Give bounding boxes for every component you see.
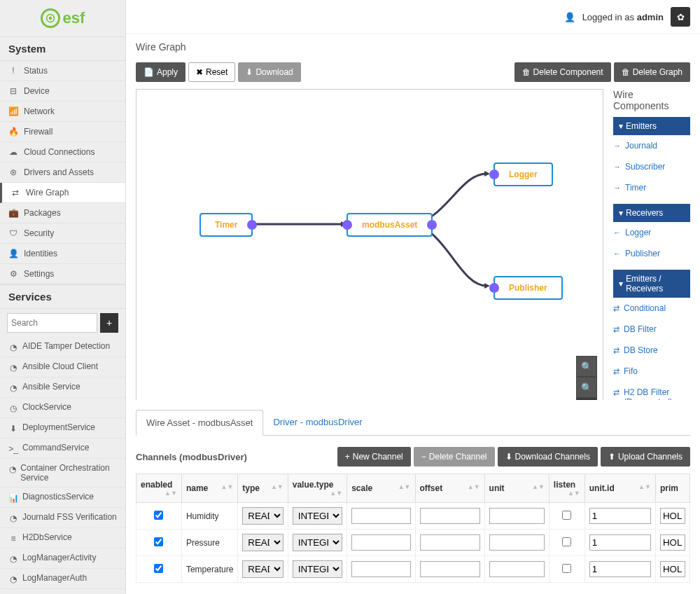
- col-listen[interactable]: listen▲▼: [549, 474, 584, 503]
- service-item-clockservice[interactable]: ◷ClockService: [0, 398, 125, 418]
- wire-graph-canvas[interactable]: Timer modbusAsset Logger Publishe: [136, 89, 603, 400]
- port-in[interactable]: [489, 170, 499, 179]
- col-type[interactable]: type▲▼: [238, 474, 288, 503]
- service-item-ansible-cloud-client[interactable]: ◔Ansible Cloud Client: [0, 357, 125, 378]
- sidebar-item-drivers-and-assets[interactable]: ⊛Drivers and Assets: [0, 163, 125, 183]
- service-item-ansible-service[interactable]: ◔Ansible Service: [0, 378, 125, 398]
- offset-input[interactable]: [420, 561, 480, 577]
- wc-item-logger[interactable]: ←Logger: [613, 222, 690, 243]
- tab-wire-asset[interactable]: Wire Asset - modbusAsset: [136, 410, 263, 436]
- node-logger[interactable]: Logger: [493, 163, 553, 186]
- value-type-select[interactable]: INTEGERLONGFLOATDOUBLEBOOLEANSTRING: [293, 507, 342, 525]
- tab-driver[interactable]: Driver - modbusDriver: [263, 410, 372, 435]
- sidebar-item-security[interactable]: 🛡Security: [0, 223, 125, 244]
- zoom-in-button[interactable]: 🔍: [576, 356, 597, 377]
- wc-item-db-store[interactable]: ⇄DB Store: [613, 340, 690, 361]
- delete-component-button[interactable]: 🗑 Delete Component: [514, 62, 611, 82]
- type-select[interactable]: READWRITEREAD_WRITE: [242, 507, 283, 525]
- col-name[interactable]: name▲▼: [181, 474, 237, 503]
- sidebar-item-wire-graph[interactable]: ⇄Wire Graph: [0, 183, 125, 203]
- type-select[interactable]: READWRITEREAD_WRITE: [242, 560, 283, 578]
- service-item-deploymentservice[interactable]: ⬇DeploymentService: [0, 418, 125, 438]
- service-item-h2dbservice[interactable]: ≡H2DbService: [0, 528, 125, 548]
- enabled-checkbox[interactable]: [154, 511, 163, 520]
- wc-group-emitters[interactable]: ▾ Emitters: [613, 117, 690, 135]
- unit-input[interactable]: [489, 534, 545, 551]
- reset-button[interactable]: ✖ Reset: [188, 62, 235, 82]
- port-in[interactable]: [489, 283, 499, 293]
- listen-checkbox[interactable]: [562, 537, 571, 546]
- new-channel-button[interactable]: + New Channel: [337, 447, 411, 467]
- scale-input[interactable]: [351, 534, 410, 551]
- service-item-container-orchestration-service[interactable]: ◔Container Orchestration Service: [0, 459, 125, 488]
- primary-input[interactable]: [660, 534, 685, 551]
- col-unit-id[interactable]: unit.id▲▼: [584, 474, 655, 503]
- node-timer[interactable]: Timer: [200, 213, 253, 237]
- col-offset[interactable]: offset▲▼: [415, 474, 484, 503]
- value-type-select[interactable]: INTEGERLONGFLOATDOUBLEBOOLEANSTRING: [293, 534, 342, 551]
- unit-input[interactable]: [489, 561, 545, 577]
- service-item-logmanageractivity[interactable]: ◔LogManagerActivity: [0, 548, 125, 569]
- upload-channels-button[interactable]: ⬆ Upload Channels: [601, 447, 690, 467]
- type-select[interactable]: READWRITEREAD_WRITE: [242, 534, 283, 551]
- sidebar-item-device[interactable]: ⊟Device: [0, 81, 125, 102]
- unit-id-input[interactable]: [589, 508, 651, 524]
- unit-id-input[interactable]: [589, 534, 651, 551]
- unit-id-input[interactable]: [589, 561, 651, 577]
- sidebar-item-identities[interactable]: 👤Identities: [0, 244, 125, 264]
- service-item-aide-tamper-detection[interactable]: ◔AIDE Tamper Detection: [0, 337, 125, 357]
- service-item-logmanagerdefault[interactable]: ◔LogManagerDefault: [0, 589, 125, 594]
- settings-button[interactable]: ✿: [671, 7, 690, 27]
- sidebar-item-firewall[interactable]: 🔥Firewall: [0, 122, 125, 142]
- listen-checkbox[interactable]: [562, 511, 571, 520]
- enabled-checkbox[interactable]: [154, 564, 163, 573]
- enabled-checkbox[interactable]: [154, 537, 163, 546]
- apply-button[interactable]: 📄 Apply: [136, 62, 186, 82]
- offset-input[interactable]: [420, 508, 480, 524]
- wc-group-receivers[interactable]: ▾ Receivers: [613, 204, 690, 222]
- service-item-diagnosticsservice[interactable]: 📊DiagnosticsService: [0, 488, 125, 508]
- scale-input[interactable]: [351, 561, 410, 577]
- port-in[interactable]: [342, 220, 352, 230]
- value-type-select[interactable]: INTEGERLONGFLOATDOUBLEBOOLEANSTRING: [293, 560, 342, 578]
- col-primary[interactable]: prim: [655, 474, 690, 503]
- search-add-button[interactable]: +: [100, 313, 118, 333]
- delete-channel-button[interactable]: − Delete Channel: [414, 447, 495, 467]
- sidebar-item-packages[interactable]: 💼Packages: [0, 203, 125, 223]
- download-button[interactable]: ⬇ Download: [238, 62, 300, 82]
- delete-graph-button[interactable]: 🗑 Delete Graph: [614, 62, 690, 82]
- col-scale[interactable]: scale▲▼: [347, 474, 415, 503]
- col-value-type[interactable]: value.type▲▼: [288, 474, 346, 503]
- wc-item-fifo[interactable]: ⇄Fifo: [613, 361, 690, 382]
- col-enabled[interactable]: enabled▲▼: [136, 474, 182, 503]
- sidebar-item-network[interactable]: 📶Network: [0, 102, 125, 122]
- unit-input[interactable]: [489, 508, 545, 524]
- primary-input[interactable]: [660, 508, 685, 524]
- sidebar-item-status[interactable]: !Status: [0, 61, 125, 81]
- wc-item-journald[interactable]: →Journald: [613, 135, 690, 156]
- service-item-commandservice[interactable]: >_CommandService: [0, 438, 125, 459]
- wc-item-db-filter[interactable]: ⇄DB Filter: [613, 319, 690, 340]
- wc-item-conditional[interactable]: ⇄Conditional: [613, 298, 690, 319]
- listen-checkbox[interactable]: [562, 564, 571, 573]
- col-unit[interactable]: unit▲▼: [484, 474, 549, 503]
- fit-button[interactable]: ✖: [576, 398, 597, 400]
- wc-item-publisher[interactable]: ←Publisher: [613, 243, 690, 264]
- offset-input[interactable]: [420, 534, 480, 551]
- wc-item-h2-db-filter-deprecated-[interactable]: ⇄H2 DB Filter (Deprecated): [613, 382, 690, 400]
- download-channels-button[interactable]: ⬇ Download Channels: [498, 447, 598, 467]
- node-modbus-asset[interactable]: modbusAsset: [346, 213, 433, 237]
- sidebar-item-settings[interactable]: ⚙Settings: [0, 264, 125, 284]
- search-input[interactable]: [7, 313, 97, 333]
- sidebar-item-cloud-connections[interactable]: ☁Cloud Connections: [0, 142, 125, 163]
- zoom-out-button[interactable]: 🔍: [576, 377, 597, 398]
- service-item-logmanagerauth[interactable]: ◔LogManagerAuth: [0, 569, 125, 589]
- node-publisher[interactable]: Publisher: [493, 276, 563, 300]
- wc-group-emitters-receivers[interactable]: ▾ Emitters / Receivers: [613, 270, 690, 298]
- scale-input[interactable]: [351, 508, 410, 524]
- primary-input[interactable]: [660, 561, 685, 577]
- wc-item-subscriber[interactable]: →Subscriber: [613, 156, 690, 177]
- port-out[interactable]: [427, 220, 437, 230]
- service-item-journald-fss-verification[interactable]: ◔Journald FSS Verification: [0, 508, 125, 528]
- port-out[interactable]: [247, 220, 257, 230]
